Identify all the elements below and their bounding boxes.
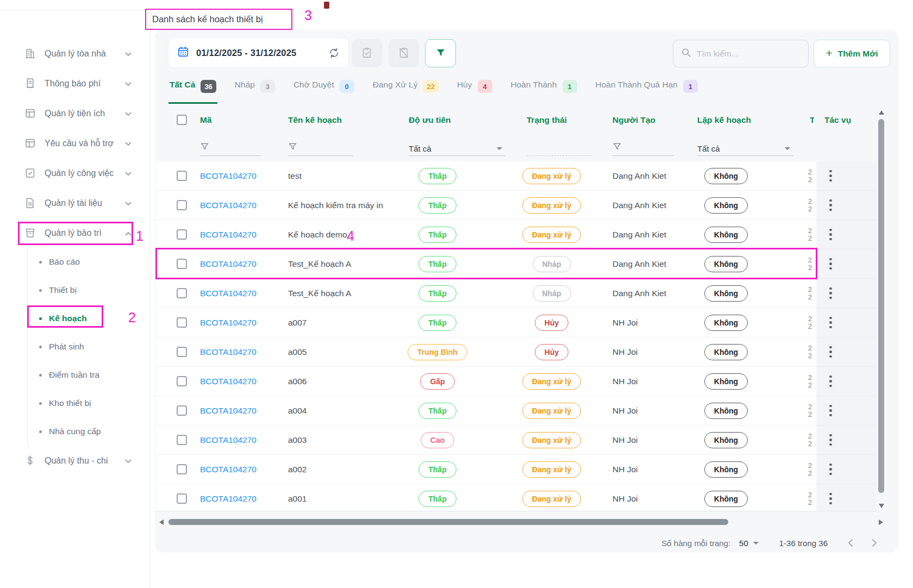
row-checkbox[interactable] <box>177 259 187 269</box>
row-actions-menu-icon[interactable] <box>827 344 834 360</box>
row-actions-menu-icon[interactable] <box>827 315 834 331</box>
sidebar-subitem-kho-thiet-bi[interactable]: Kho thiết bị <box>28 389 150 417</box>
row-actions-menu-icon[interactable] <box>827 432 834 448</box>
plan-code-link[interactable]: BCOTA104270 <box>200 308 257 337</box>
vertical-scrollbar[interactable] <box>878 110 884 508</box>
sidebar-subitem-nha-cung-cap[interactable]: Nhà cung cấp <box>28 417 150 446</box>
plan-code-link[interactable]: BCOTA104270 <box>200 455 257 484</box>
row-checkbox[interactable] <box>177 493 187 504</box>
scroll-left-arrow[interactable] <box>159 520 164 525</box>
row-checkbox[interactable] <box>177 347 187 357</box>
plan-code-link[interactable]: BCOTA104270 <box>200 396 257 426</box>
previous-page-button[interactable] <box>847 538 854 548</box>
column-header-name[interactable]: Tên kế hoạch <box>288 107 342 133</box>
row-actions-menu-icon[interactable] <box>827 403 834 419</box>
row-actions-menu-icon[interactable] <box>827 197 834 214</box>
row-checkbox[interactable] <box>177 229 187 240</box>
column-header-priority[interactable]: Độ ưu tiên <box>409 107 451 133</box>
select-all-checkbox[interactable] <box>177 115 187 125</box>
filter-priority-select[interactable]: Tất cả <box>409 140 505 156</box>
row-actions-menu-icon[interactable] <box>827 256 834 272</box>
filter-repeat-select[interactable]: Tất cả <box>697 140 793 156</box>
row-checkbox[interactable] <box>177 200 187 210</box>
sidebar-subitem-phat-sinh[interactable]: Phát sinh <box>28 333 150 361</box>
scroll-right-arrow[interactable] <box>879 520 883 525</box>
sidebar-subitem-diem-tuan-tra[interactable]: Điểm tuần tra <box>28 361 150 389</box>
refresh-icon[interactable] <box>328 47 340 59</box>
tab-huy[interactable]: Hủy4 <box>456 78 493 104</box>
row-actions-menu-icon[interactable] <box>827 227 834 243</box>
filter-creator[interactable] <box>612 140 674 156</box>
row-actions-menu-icon[interactable] <box>827 461 834 478</box>
filter-code[interactable] <box>200 140 261 156</box>
plan-code-link[interactable]: BCOTA104270 <box>200 249 257 279</box>
plan-code-link[interactable]: BCOTA104270 <box>200 484 257 511</box>
plan-code-link[interactable]: BCOTA104270 <box>200 161 257 191</box>
sidebar-subitem-thiet-bi[interactable]: Thiết bị <box>28 276 150 304</box>
table-row[interactable]: BCOTA104270a002ThấpĐang xử lýNH JoiKhông… <box>156 455 816 484</box>
vertical-scroll-thumb[interactable] <box>878 119 884 493</box>
date-range-picker[interactable]: 01/12/2025 - 31/12/2025 <box>168 38 348 67</box>
row-checkbox[interactable] <box>177 405 187 416</box>
row-checkbox[interactable] <box>177 435 187 445</box>
table-row[interactable]: BCOTA104270Test_Kế hoạch AThấpNhápDang A… <box>156 279 816 308</box>
sidebar-item-quan-ly-bao-tri[interactable]: Quản lý bảo trì <box>0 218 150 248</box>
row-checkbox[interactable] <box>177 376 187 386</box>
row-actions-menu-icon[interactable] <box>827 168 834 184</box>
filter-status-input[interactable] <box>527 140 592 156</box>
tab-nhap[interactable]: Nháp3 <box>234 78 276 104</box>
tab-tat-ca[interactable]: Tất Cả36 <box>168 78 217 104</box>
sidebar-item-quan-ly-thu-chi[interactable]: Quản lý thu - chi <box>0 446 150 476</box>
row-checkbox[interactable] <box>177 288 187 298</box>
rows-per-page-select[interactable]: 50 <box>739 539 759 548</box>
plan-code-link[interactable]: BCOTA104270 <box>200 426 257 455</box>
table-row[interactable]: BCOTA104270a001ThấpĐang xử lýNH JoiKhông… <box>156 484 816 511</box>
tab-hoan-thanh-qua-han[interactable]: Hoàn Thành Quá Hạn1 <box>595 78 699 104</box>
scroll-down-arrow[interactable] <box>879 504 884 508</box>
column-header-creator[interactable]: Người Tạo <box>612 107 655 133</box>
row-checkbox[interactable] <box>177 317 187 328</box>
table-row[interactable]: BCOTA104270Kế hoạch kiểm tra máy inThấpĐ… <box>156 191 816 220</box>
tab-dang-xu-ly[interactable]: Đang Xử Lý22 <box>372 78 440 104</box>
row-actions-menu-icon[interactable] <box>827 373 834 390</box>
search-input[interactable] <box>697 49 789 59</box>
plan-code-link[interactable]: BCOTA104270 <box>200 279 257 308</box>
table-row[interactable]: BCOTA104270a003CaoĐang xử lýNH JoiKhông2… <box>156 426 816 455</box>
sidebar-item-thong-bao-phi[interactable]: Thông báo phí <box>0 68 150 98</box>
search-box[interactable] <box>673 40 809 67</box>
table-row[interactable]: BCOTA104270Kế hoạch demoThấpĐang xử lýDa… <box>156 220 816 249</box>
sidebar-item-yeu-cau-va-ho-tro[interactable]: Yêu cầu và hỗ trợ <box>0 128 150 158</box>
sidebar-item-quan-ly-tien-ich[interactable]: Quản lý tiện ích <box>0 98 150 128</box>
row-actions-menu-icon[interactable] <box>827 285 834 302</box>
plan-code-link[interactable]: BCOTA104270 <box>200 220 257 249</box>
sidebar-item-quan-ly-tai-lieu[interactable]: Quản lý tài liệu <box>0 188 150 218</box>
table-row[interactable]: BCOTA104270a004ThấpĐang xử lýNH JoiKhông… <box>156 396 816 426</box>
row-checkbox[interactable] <box>177 464 187 474</box>
approve-plans-button[interactable] <box>352 39 382 67</box>
horizontal-scroll-thumb[interactable] <box>168 519 728 525</box>
sidebar-subitem-bao-cao[interactable]: Báo cáo <box>28 248 150 276</box>
row-actions-menu-icon[interactable] <box>827 491 834 507</box>
tab-hoan-thanh[interactable]: Hoàn Thành1 <box>510 78 578 104</box>
filter-button[interactable] <box>425 39 456 67</box>
next-page-button[interactable] <box>871 538 878 548</box>
filter-name[interactable] <box>288 140 353 156</box>
table-row[interactable]: BCOTA104270a007ThấpHủyNH JoiKhông22 <box>156 308 816 337</box>
plan-code-link[interactable]: BCOTA104270 <box>200 191 257 220</box>
row-checkbox[interactable] <box>177 171 187 181</box>
table-row[interactable]: BCOTA104270a006GấpĐang xử lýNH JoiKhông2… <box>156 367 816 396</box>
add-new-button[interactable]: + Thêm Mới <box>814 40 890 67</box>
plan-code-link[interactable]: BCOTA104270 <box>200 337 257 367</box>
scroll-up-arrow[interactable] <box>879 110 884 115</box>
column-header-repeat[interactable]: Lặp kế hoạch <box>697 107 751 133</box>
table-row[interactable]: BCOTA104270testThấpĐang xử lýDang Anh Ki… <box>156 161 816 191</box>
plan-code-link[interactable]: BCOTA104270 <box>200 367 257 396</box>
table-row[interactable]: BCOTA104270a005Trung BìnhHủyNH JoiKhông2… <box>156 337 816 367</box>
reject-plans-button[interactable] <box>389 39 419 67</box>
horizontal-scrollbar[interactable] <box>159 519 883 526</box>
column-header-status[interactable]: Trạng thái <box>527 107 567 133</box>
sidebar-item-quan-ly-cong-viec[interactable]: Quản lý công việc <box>0 158 150 188</box>
tab-cho-duyet[interactable]: Chờ Duyệt0 <box>292 78 355 104</box>
sidebar-item-quan-ly-toa-nha[interactable]: Quản lý tòa nhà <box>0 39 150 68</box>
table-row[interactable]: BCOTA104270Test_Kế hoạch AThấpNhápDang A… <box>156 249 816 279</box>
